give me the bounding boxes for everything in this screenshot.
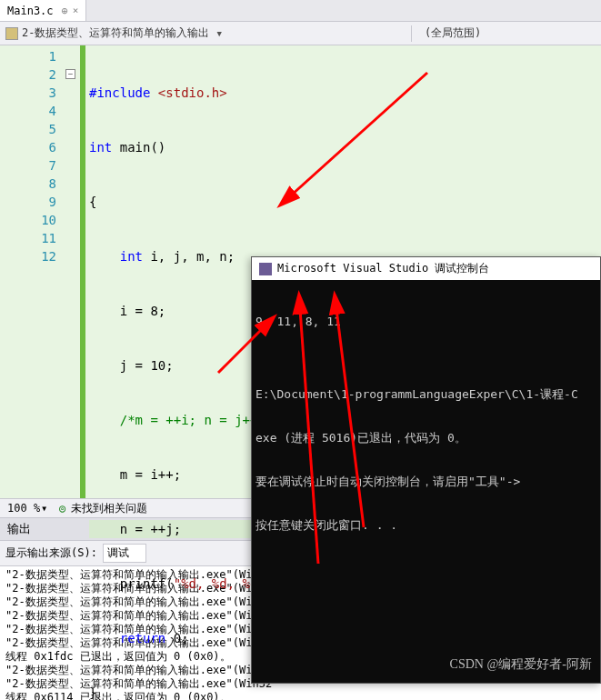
fold-column: − (65, 45, 80, 498)
debug-console-window[interactable]: Microsoft Visual Studio 调试控制台 9, 11, 8, … (251, 256, 601, 684)
divider (411, 25, 412, 42)
vs-icon (259, 263, 272, 275)
status-ok-icon: ◎ (59, 502, 65, 515)
project-icon (5, 27, 18, 40)
chevron-down-icon: ▼ (42, 505, 46, 513)
project-dropdown[interactable]: 2-数据类型、运算符和简单的输入输出 (0, 24, 215, 43)
pin-icon[interactable]: ⊕ (62, 5, 68, 17)
file-tab[interactable]: Main3.c ⊕ × (0, 0, 86, 21)
close-icon[interactable]: × (73, 5, 79, 16)
scope-label: (全局范围) (425, 25, 481, 41)
output-source-label: 显示输出来源(S): (5, 545, 97, 561)
context-bar: 2-数据类型、运算符和简单的输入输出 ▼ (全局范围) (0, 22, 601, 45)
console-title-text: Microsoft Visual Studio 调试控制台 (277, 261, 489, 276)
project-name: 2-数据类型、运算符和简单的输入输出 (22, 25, 209, 41)
tab-filename: Main3.c (7, 5, 54, 17)
fold-toggle[interactable]: − (65, 69, 75, 79)
scope-dropdown[interactable]: (全局范围) (419, 24, 486, 43)
tab-bar: Main3.c ⊕ × (0, 0, 601, 22)
line-gutter: 1 2 3 4 5 6 7 8 9 10 11 12 (0, 45, 65, 498)
console-titlebar[interactable]: Microsoft Visual Studio 调试控制台 (252, 257, 600, 280)
watermark: CSDN @编程爱好者-阿新 (450, 656, 592, 673)
zoom-level[interactable]: 100 % ▼ (0, 502, 54, 515)
chevron-down-icon[interactable]: ▼ (216, 29, 221, 38)
console-output: 9, 11, 8, 11 E:\Document\1-programmLangu… (252, 280, 600, 567)
